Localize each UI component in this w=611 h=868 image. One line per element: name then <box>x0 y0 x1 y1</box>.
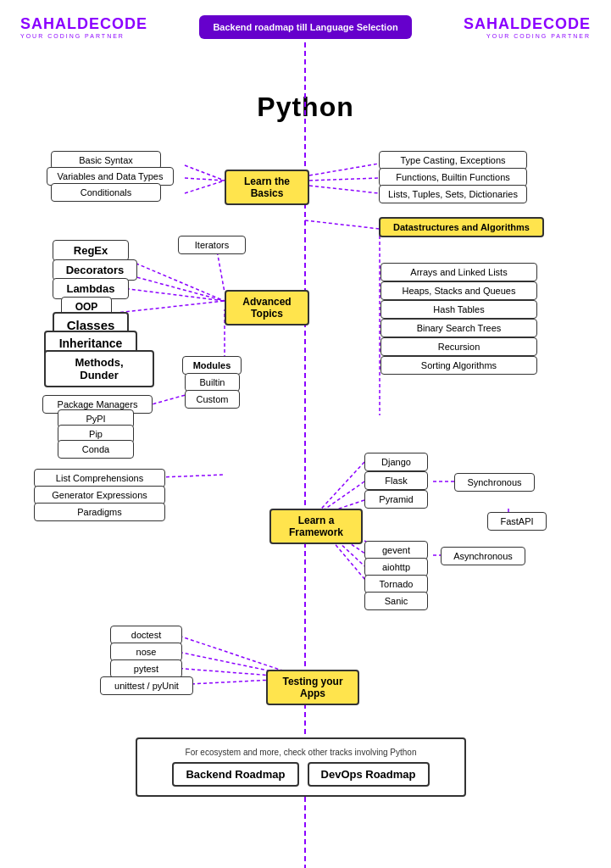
lists-node: Lists, Tuples, Sets, Dictionaries <box>379 185 527 203</box>
svg-line-7 <box>305 220 380 229</box>
devops-roadmap-btn[interactable]: DevOps Roadmap <box>308 762 430 787</box>
django-node: Django <box>364 453 428 471</box>
heaps-node: Heaps, Stacks and Queues <box>380 281 537 300</box>
functions-node: Functions, Builtin Functions <box>379 168 527 186</box>
synchronous-node: Synchronous <box>454 473 535 492</box>
recursion-node: Recursion <box>380 337 537 356</box>
methods-node: Methods, Dunder <box>44 350 154 387</box>
type-casting-node: Type Casting, Exceptions <box>379 151 527 170</box>
fastapi-node: FastAPI <box>487 512 547 531</box>
doctest-node: doctest <box>110 626 182 644</box>
logo-left-title: SAHALDECODE <box>20 16 147 31</box>
svg-line-1 <box>185 165 225 181</box>
svg-line-2 <box>185 178 225 181</box>
advanced-topics-node: Advanced Topics <box>225 290 309 326</box>
pytest-node: pytest <box>110 659 182 678</box>
logo-right: SAHALDECODE YOUR CODING PARTNER <box>464 16 591 39</box>
gevent-node: gevent <box>364 541 428 559</box>
logo-left: SAHALDECODE YOUR CODING PARTNER <box>20 16 147 39</box>
testing-node: Testing your Apps <box>266 670 359 705</box>
modules-node: Modules <box>182 356 242 375</box>
iterators-node: Iterators <box>178 236 246 254</box>
svg-line-3 <box>185 181 225 193</box>
nose-node: nose <box>110 643 182 661</box>
builtin-node: Builtin <box>185 373 240 392</box>
gen-expr-node: Generator Expressions <box>34 486 165 504</box>
sorting-node: Sorting Algorithms <box>380 356 537 375</box>
flask-node: Flask <box>364 471 428 490</box>
custom-node: Custom <box>185 390 240 409</box>
learn-framework-node: Learn a Framework <box>269 509 363 544</box>
sanic-node: Sanic <box>364 592 428 610</box>
logo-right-title: SAHALDECODE <box>464 16 591 31</box>
learn-basics-node: Learn the Basics <box>225 170 309 205</box>
tornado-node: Tornado <box>364 575 428 593</box>
conda-node: Conda <box>58 440 134 459</box>
logo-left-sub: YOUR CODING PARTNER <box>20 33 125 39</box>
hash-tables-node: Hash Tables <box>380 300 537 319</box>
header: SAHALDECODE YOUR CODING PARTNER Backend … <box>0 0 611 39</box>
footer-text: For ecosystem and more, check other trac… <box>154 748 447 757</box>
list-comp-node: List Comprehensions <box>34 469 165 487</box>
ds-algorithms-node: Datastructures and Algorithms <box>379 217 544 237</box>
unittest-node: unittest / pyUnit <box>100 676 193 695</box>
svg-line-5 <box>309 178 379 181</box>
bst-node: Binary Search Trees <box>380 319 537 337</box>
svg-line-6 <box>309 186 379 193</box>
logo-right-sub: YOUR CODING PARTNER <box>486 33 591 39</box>
top-banner: Backend roadmap till Language Selection <box>199 15 411 39</box>
paradigms-node: Paradigms <box>34 503 165 521</box>
backend-roadmap-btn[interactable]: Backend Roadmap <box>172 762 298 787</box>
pyramid-node: Pyramid <box>364 490 428 509</box>
arrays-node: Arrays and Linked Lists <box>380 263 537 281</box>
aiohttp-node: aiohttp <box>364 558 428 576</box>
footer-box: For ecosystem and more, check other trac… <box>136 737 466 797</box>
asynchronous-node: Asynchronous <box>441 547 525 565</box>
regex-node: RegEx <box>53 240 129 261</box>
python-title: Python <box>0 92 611 123</box>
conditionals-node: Conditionals <box>51 183 161 202</box>
svg-line-4 <box>309 164 379 175</box>
